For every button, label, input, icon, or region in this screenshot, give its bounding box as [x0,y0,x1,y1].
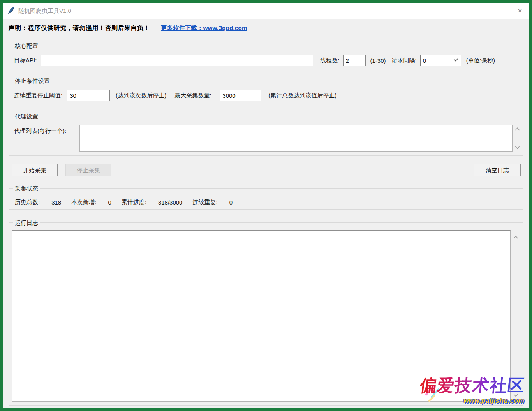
proxy-scrollbar[interactable] [514,125,521,152]
max-count-label: 最大采集数量: [174,92,211,99]
minimize-icon: — [481,7,487,13]
group-stop-config: 停止条件设置 连续重复停止阈值: (达到该次数后停止) 最大采集数量: (累计总… [9,81,523,107]
window-controls: — ✕ [475,3,529,19]
run-log-textarea[interactable] [12,230,511,402]
stat-repeat-value: 0 [229,199,233,206]
scroll-down-icon[interactable] [515,146,520,149]
proxy-list-textarea[interactable] [79,125,513,152]
clear-log-button[interactable]: 清空日志 [474,164,521,176]
interval-unit-hint: (单位:毫秒) [466,57,495,64]
stat-history-label: 历史总数: [15,199,40,206]
log-scrollbar[interactable] [512,230,520,402]
group-run-log: 运行日志 [9,222,523,406]
group-proxy-config: 代理设置 代理列表(每行一个): [9,116,523,156]
stat-repeat-label: 连续重复: [192,199,217,206]
max-count-input[interactable] [220,90,261,101]
scroll-up-icon[interactable] [515,127,520,131]
download-link[interactable]: 更多软件下载：www.3qpd.com [161,24,247,32]
interval-combobox-value: 0 [421,57,426,64]
stat-history-value: 318 [51,199,61,206]
maximize-icon [500,9,504,13]
target-api-label: 目标API: [14,57,37,64]
window-title: 随机图爬虫工具V1.0 [18,7,71,15]
group-collect-status: 采集状态 历史总数: 318 本次新增: 0 累计进度: 318/3000 连续… [9,188,523,210]
stat-repeat: 连续重复: 0 [192,199,233,206]
group-run-log-title: 运行日志 [13,219,40,226]
maximize-button[interactable] [493,3,511,19]
minimize-button[interactable]: — [475,3,493,19]
threads-input[interactable] [343,55,366,66]
scroll-down-icon[interactable] [513,394,518,397]
stat-history: 历史总数: 318 [15,199,61,206]
proxy-list-label: 代理列表(每行一个): [14,127,66,135]
close-button[interactable]: ✕ [511,3,529,19]
start-collect-button[interactable]: 开始采集 [12,164,58,176]
group-core-config: 核心配置 目标API: 线程数: (1-30) 请求间隔: 0 (单位:毫秒) [9,46,523,72]
threads-label: 线程数: [320,57,339,64]
title-bar: 随机图爬虫工具V1.0 — ✕ [3,3,529,19]
chevron-down-icon [453,58,458,62]
group-core-config-title: 核心配置 [13,42,40,49]
feather-app-icon [8,6,15,16]
window-inner: 随机图爬虫工具V1.0 — ✕ 声明：程序仅供研究，请勿滥用！否则后果自负！ 更… [3,3,529,408]
scroll-up-icon[interactable] [513,236,518,239]
disclaimer-text: 声明：程序仅供研究，请勿滥用！否则后果自负！ [9,24,150,32]
target-api-input[interactable] [41,55,313,66]
group-proxy-config-title: 代理设置 [13,113,40,120]
group-collect-status-title: 采集状态 [13,185,40,192]
app-window: 随机图爬虫工具V1.0 — ✕ 声明：程序仅供研究，请勿滥用！否则后果自负！ 更… [0,0,532,411]
stat-new-label: 本次新增: [71,199,96,206]
stop-collect-button: 停止采集 [65,164,111,176]
stat-progress-value: 318/3000 [158,199,183,206]
interval-combobox[interactable]: 0 [420,55,461,66]
stat-new-value: 0 [108,199,111,206]
stat-new: 本次新增: 0 [71,199,111,206]
stat-progress-label: 累计进度: [122,199,146,206]
threads-range-hint: (1-30) [370,57,386,64]
interval-label: 请求间隔: [392,57,417,64]
duplicate-threshold-hint: (达到该次数后停止) [116,92,166,99]
close-icon: ✕ [518,7,523,14]
disclaimer-row: 声明：程序仅供研究，请勿滥用！否则后果自负！ 更多软件下载：www.3qpd.c… [9,24,247,32]
group-stop-config-title: 停止条件设置 [13,77,51,85]
max-count-hint: (累计总数达到该值后停止) [268,92,336,99]
duplicate-threshold-input[interactable] [67,90,110,101]
duplicate-threshold-label: 连续重复停止阈值: [14,92,62,99]
stat-progress: 累计进度: 318/3000 [122,199,183,206]
